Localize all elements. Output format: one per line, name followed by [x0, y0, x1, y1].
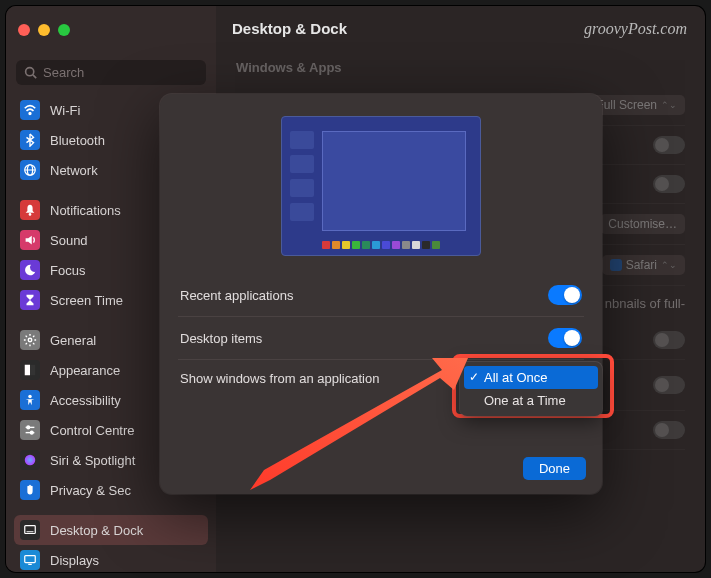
toggle[interactable] — [653, 376, 685, 394]
svg-point-2 — [29, 113, 31, 115]
display-icon — [20, 550, 40, 570]
desktop-items-row: Desktop items — [178, 317, 584, 360]
sidebar-item-label: Notifications — [50, 203, 121, 218]
search-input[interactable]: Search — [16, 60, 206, 85]
bt-icon — [20, 130, 40, 150]
bell-icon — [20, 200, 40, 220]
sidebar-item-label: Accessibility — [50, 393, 121, 408]
sidebar-item-label: General — [50, 333, 96, 348]
svg-rect-18 — [25, 556, 36, 563]
section-title: Windows & Apps — [236, 60, 685, 75]
svg-point-12 — [27, 426, 30, 429]
browser-dropdown[interactable]: Safari ⌃⌄ — [602, 255, 685, 275]
titlebar: Desktop & Dock groovyPost.com — [6, 6, 705, 54]
desktop-items-label: Desktop items — [180, 331, 262, 346]
toggle[interactable] — [653, 331, 685, 349]
fullscreen-dropdown[interactable]: Full Screen ⌃⌄ — [588, 95, 685, 115]
svg-rect-8 — [25, 365, 30, 376]
watermark: groovyPost.com — [584, 20, 687, 38]
recent-apps-row: Recent applications — [178, 274, 584, 317]
show-windows-label: Show windows from an application — [180, 371, 379, 386]
sidebar-item-label: Privacy & Sec — [50, 483, 131, 498]
svg-point-14 — [30, 431, 33, 434]
sidebar-item-label: Bluetooth — [50, 133, 105, 148]
svg-point-15 — [25, 455, 36, 466]
wifi-icon — [20, 100, 40, 120]
toggle[interactable] — [653, 175, 685, 193]
dropdown-option-all-at-once[interactable]: All at Once — [464, 366, 598, 389]
globe-icon — [20, 160, 40, 180]
moon-icon — [20, 260, 40, 280]
hand-icon — [20, 480, 40, 500]
maximize-button[interactable] — [58, 24, 70, 36]
recent-apps-label: Recent applications — [180, 288, 293, 303]
toggle[interactable] — [653, 136, 685, 154]
sidebar-item-desktop-dock[interactable]: Desktop & Dock — [14, 515, 208, 545]
appear-icon — [20, 360, 40, 380]
search-placeholder: Search — [43, 65, 84, 80]
page-title: Desktop & Dock — [232, 20, 347, 37]
svg-rect-9 — [30, 365, 35, 376]
sidebar-item-label: Desktop & Dock — [50, 523, 143, 538]
svg-line-1 — [33, 75, 36, 78]
show-windows-dropdown: All at Once One at a Time — [460, 362, 602, 416]
gear-icon — [20, 330, 40, 350]
preview-graphic — [281, 116, 481, 256]
desktop-items-toggle[interactable] — [548, 328, 582, 348]
sidebar-item-label: Screen Time — [50, 293, 123, 308]
sidebar-item-label: Control Centre — [50, 423, 135, 438]
access-icon — [20, 390, 40, 410]
minimize-button[interactable] — [38, 24, 50, 36]
sound-icon — [20, 230, 40, 250]
sidebar-item-label: Network — [50, 163, 98, 178]
done-button[interactable]: Done — [523, 457, 586, 480]
dock-icon — [20, 520, 40, 540]
customise-button[interactable]: Customise… — [600, 214, 685, 234]
hourglass-icon — [20, 290, 40, 310]
sidebar-item-label: Focus — [50, 263, 85, 278]
close-button[interactable] — [18, 24, 30, 36]
svg-point-10 — [28, 395, 32, 399]
sidebar-item-label: Wi-Fi — [50, 103, 80, 118]
siri-icon — [20, 450, 40, 470]
sidebar-item-label: Siri & Spotlight — [50, 453, 135, 468]
toggle[interactable] — [653, 421, 685, 439]
cc-icon — [20, 420, 40, 440]
sidebar-item-label: Sound — [50, 233, 88, 248]
svg-point-7 — [28, 338, 32, 342]
mission-control-sheet: Recent applications Desktop items Show w… — [160, 94, 602, 494]
search-icon — [24, 66, 37, 79]
sidebar-item-displays[interactable]: Displays — [6, 545, 216, 572]
recent-apps-toggle[interactable] — [548, 285, 582, 305]
svg-point-6 — [29, 213, 32, 216]
window-controls — [18, 24, 70, 36]
sidebar-item-label: Appearance — [50, 363, 120, 378]
sidebar-item-label: Displays — [50, 553, 99, 568]
svg-point-0 — [26, 68, 34, 76]
dropdown-option-one-at-a-time[interactable]: One at a Time — [464, 389, 598, 412]
